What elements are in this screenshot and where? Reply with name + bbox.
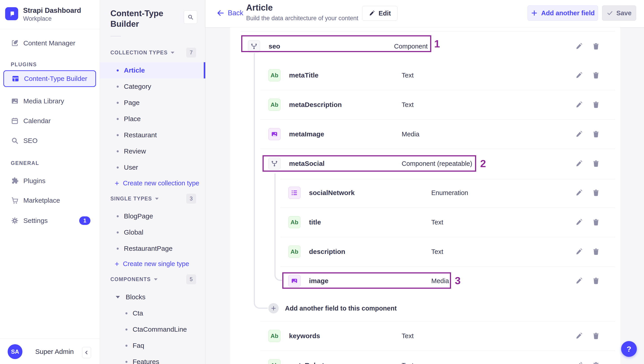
text-field-icon: Ab [268,330,280,342]
field-row-metasocial[interactable]: metaSocial Component (repeatable) [230,155,620,172]
collection-item-category[interactable]: Category [100,78,205,95]
collection-item-review[interactable]: Review [100,143,205,159]
bullet-icon [126,312,128,314]
sidebar-collapse-button[interactable] [82,347,91,358]
field-row-metarobots[interactable]: Ab metaRobots Text [230,357,620,364]
component-item-ctacommandline[interactable]: CtaCommandLine [100,321,205,337]
single-item-global[interactable]: Global [100,224,205,240]
edit-field-icon[interactable] [575,218,583,226]
edit-field-icon[interactable] [575,130,583,138]
sidebar-item-plugins[interactable]: Plugins [0,173,100,189]
chevron-down-icon [154,278,158,280]
plus-icon: + [115,260,119,268]
edit-field-icon[interactable] [575,43,583,50]
collection-item-place[interactable]: Place [100,111,205,127]
save-button[interactable]: Save [602,6,636,21]
feather-icon [11,39,19,47]
panel-search-button[interactable] [184,10,197,24]
text-field-icon: Ab [268,69,280,81]
single-item-restaurantpage[interactable]: RestaurantPage [100,240,205,257]
workspace-subtitle: Workplace [23,15,52,22]
field-type: Enumeration [431,189,468,197]
field-name: metaTitle [289,71,318,79]
sidebar-item-content-type-builder[interactable]: Content-Type Builder [3,70,96,87]
component-item-features[interactable]: Features [100,354,205,364]
field-row-description[interactable]: Ab description Text [230,244,620,260]
plus-icon [531,10,538,17]
field-row-metadescription[interactable]: Ab metaDescription Text [230,97,620,113]
single-item-blogpage[interactable]: BlogPage [100,208,205,224]
collection-item-page[interactable]: Page [100,95,205,111]
collection-item-user[interactable]: User [100,159,205,175]
add-field-to-component-button[interactable]: Add another field to this component [230,300,620,316]
arrow-left-icon [216,9,224,17]
builder-panel: Content-Type Builder COLLECTION TYPES 7 … [100,0,205,364]
main-sidebar: Strapi Dashboard Workplace Content Manag… [0,0,100,364]
sidebar-item-content-manager[interactable]: Content Manager [0,35,100,51]
field-type: Media [431,277,449,285]
create-collection-type-link[interactable]: + Create new collection type [100,175,205,191]
field-row-seo[interactable]: seo Component [230,38,620,54]
panel-divider [110,36,121,36]
components-header[interactable]: COMPONENTS [110,276,158,283]
single-types-header[interactable]: SINGLE TYPES [110,195,159,202]
field-name: seo [268,43,280,50]
edit-field-icon[interactable] [575,361,583,364]
delete-field-icon[interactable] [592,71,600,79]
sidebar-item-calendar[interactable]: Calendar [0,113,100,129]
puzzle-icon [11,177,19,185]
component-field-icon [268,157,280,170]
workspace-header[interactable]: Strapi Dashboard Workplace [0,0,100,29]
delete-field-icon[interactable] [592,277,600,285]
sidebar-item-marketplace[interactable]: Marketplace [0,192,100,209]
component-item-faq[interactable]: Faq [100,337,205,354]
collection-types-header[interactable]: COLLECTION TYPES [110,49,174,56]
delete-field-icon[interactable] [592,160,600,167]
pencil-icon [369,10,375,17]
delete-field-icon[interactable] [592,101,600,109]
field-row-metatitle[interactable]: Ab metaTitle Text [230,67,620,83]
field-name: metaSocial [289,160,324,167]
help-button[interactable]: ? [621,341,637,357]
edit-button[interactable]: Edit [362,6,398,21]
delete-field-icon[interactable] [592,43,600,50]
field-row-image[interactable]: image Media [230,273,620,289]
back-link[interactable]: Back [216,9,243,17]
edit-field-icon[interactable] [575,71,583,79]
create-single-type-link[interactable]: + Create new single type [100,256,205,272]
enumeration-field-icon [288,187,300,199]
user-avatar[interactable]: SA [8,344,22,359]
edit-field-icon[interactable] [575,189,583,197]
sidebar-item-seo[interactable]: SEO [0,133,100,149]
text-field-icon: Ab [288,216,300,228]
delete-field-icon[interactable] [592,248,600,255]
fields-table: seo Component Ab metaTitle Text Ab metaD… [230,27,620,364]
plus-icon [268,303,279,313]
field-row-metaimage[interactable]: metaImage Media [230,126,620,142]
delete-field-icon[interactable] [592,130,600,138]
active-indicator [204,62,205,78]
add-another-field-button[interactable]: Add another field [528,6,598,21]
cart-icon [11,196,19,205]
edit-field-icon[interactable] [575,277,583,285]
components-count: 5 [186,274,196,284]
field-row-title[interactable]: Ab title Text [230,214,620,230]
field-row-keywords[interactable]: Ab keywords Text [230,328,620,344]
component-item-cta[interactable]: Cta [100,305,205,321]
delete-field-icon[interactable] [592,361,600,364]
collection-item-restaurant[interactable]: Restaurant [100,127,205,143]
field-row-socialnetwork[interactable]: socialNetwork Enumeration [230,185,620,201]
collection-item-article[interactable]: Article [100,62,205,78]
edit-field-icon[interactable] [575,101,583,109]
delete-field-icon[interactable] [592,332,600,340]
delete-field-icon[interactable] [592,218,600,226]
components-group-blocks[interactable]: Blocks [100,289,205,305]
sidebar-item-media-library[interactable]: Media Library [0,93,100,109]
bullet-icon [117,102,119,104]
edit-field-icon[interactable] [575,248,583,255]
edit-field-icon[interactable] [575,160,583,167]
edit-field-icon[interactable] [575,332,583,340]
chevron-down-icon [116,296,120,298]
annotation-number-1: 1 [434,35,440,52]
delete-field-icon[interactable] [592,189,600,197]
